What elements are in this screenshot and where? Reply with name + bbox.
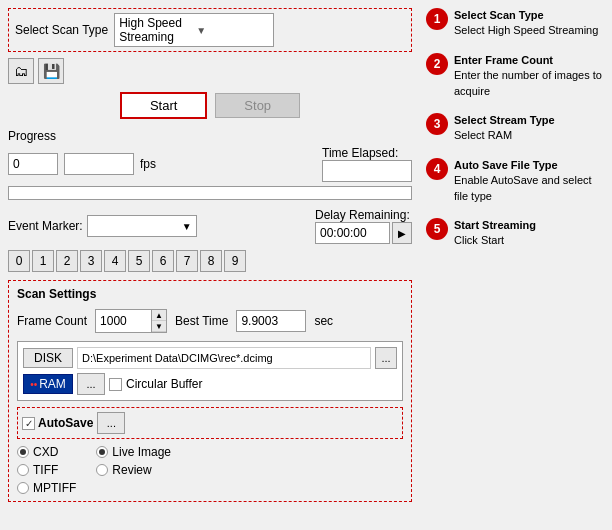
progress-value: 0 [8, 153, 58, 175]
step-5-circle: 5 [426, 218, 448, 240]
view-review-radio[interactable] [96, 464, 108, 476]
step-4-detail: Enable AutoSave and select file type [454, 174, 592, 201]
left-panel: Select Scan Type High Speed Streaming ▼ … [0, 0, 420, 530]
right-panel: 1 Select Scan Type Select High Speed Str… [420, 0, 612, 530]
best-time-value: 9.9003 [236, 310, 306, 332]
event-marker-label: Event Marker: [8, 219, 83, 233]
filetype-mptiff: MPTIFF [17, 481, 76, 495]
circular-buffer-row: Circular Buffer [109, 377, 202, 391]
stop-button: Stop [215, 93, 300, 118]
step-3-text: Select Stream Type Select RAM [454, 113, 555, 144]
event-marker-section: Event Marker: ▼ [8, 215, 197, 237]
step-4-text: Auto Save File Type Enable AutoSave and … [454, 158, 606, 204]
num-btn-7[interactable]: 7 [176, 250, 198, 272]
view-review: Review [96, 463, 171, 477]
view-options-group: Live Image Review [96, 445, 171, 495]
instruction-3: 3 Select Stream Type Select RAM [426, 113, 606, 144]
delay-remaining-section: Delay Remaining: 00:00:00 ▶ [315, 208, 412, 244]
event-marker-dropdown[interactable]: ▼ [87, 215, 197, 237]
file-type-group: CXD TIFF MPTIFF [17, 445, 76, 495]
step-5-text: Start Streaming Click Start [454, 218, 536, 249]
open-button[interactable]: 🗂 [8, 58, 34, 84]
num-btn-9[interactable]: 9 [224, 250, 246, 272]
step-2-circle: 2 [426, 53, 448, 75]
path-input[interactable] [77, 347, 371, 369]
filetype-cxd-label: CXD [33, 445, 58, 459]
file-type-section: CXD TIFF MPTIFF Live Image Rev [17, 445, 403, 495]
scan-type-arrow: ▼ [196, 25, 269, 36]
filetype-mptiff-radio[interactable] [17, 482, 29, 494]
ram-dot: •• [30, 379, 37, 390]
ram-button[interactable]: •• RAM [23, 374, 73, 394]
frame-count-input[interactable] [96, 310, 151, 332]
step-2-text: Enter Frame Count Enter the number of im… [454, 53, 606, 99]
disk-button[interactable]: DISK [23, 348, 73, 368]
time-elapsed-box [322, 160, 412, 182]
frame-count-row: Frame Count ▲ ▼ Best Time 9.9003 sec [17, 309, 403, 333]
num-btn-4[interactable]: 4 [104, 250, 126, 272]
circular-buffer-label: Circular Buffer [126, 377, 202, 391]
num-btn-6[interactable]: 6 [152, 250, 174, 272]
step-2-title: Enter Frame Count [454, 53, 606, 68]
frame-count-spinner: ▲ ▼ [151, 310, 166, 332]
sec-label: sec [314, 314, 333, 328]
scan-settings-title: Scan Settings [17, 287, 403, 301]
autosave-checkbox[interactable]: ✓ [22, 417, 35, 430]
instruction-4: 4 Auto Save File Type Enable AutoSave an… [426, 158, 606, 204]
progress-section: Progress 0 fps Time Elapsed: [8, 129, 412, 200]
autosave-row: ✓ AutoSave ... [17, 407, 403, 439]
scan-type-value: High Speed Streaming [119, 16, 192, 44]
step-5-detail: Click Start [454, 234, 504, 246]
num-btn-5[interactable]: 5 [128, 250, 150, 272]
ram-settings-button[interactable]: ... [77, 373, 105, 395]
scan-type-dropdown[interactable]: High Speed Streaming ▼ [114, 13, 274, 47]
filetype-cxd-radio[interactable] [17, 446, 29, 458]
scan-settings-section: Scan Settings Frame Count ▲ ▼ Best Time … [8, 280, 412, 502]
control-row: Start Stop [8, 92, 412, 119]
delay-label: Delay Remaining: [315, 208, 412, 222]
step-3-title: Select Stream Type [454, 113, 555, 128]
num-btn-2[interactable]: 2 [56, 250, 78, 272]
start-button[interactable]: Start [120, 92, 207, 119]
instruction-1: 1 Select Scan Type Select High Speed Str… [426, 8, 606, 39]
storage-section: DISK ... •• RAM ... Circular Buffer [17, 341, 403, 401]
scan-type-label: Select Scan Type [15, 23, 108, 37]
time-elapsed-section: Time Elapsed: [322, 146, 412, 182]
play-button[interactable]: ▶ [392, 222, 412, 244]
frame-count-label: Frame Count [17, 314, 87, 328]
filetype-mptiff-label: MPTIFF [33, 481, 76, 495]
step-4-title: Auto Save File Type [454, 158, 606, 173]
view-live-label: Live Image [112, 445, 171, 459]
fps-label: fps [140, 157, 156, 171]
filetype-cxd: CXD [17, 445, 76, 459]
instruction-5: 5 Start Streaming Click Start [426, 218, 606, 249]
save-icon: 💾 [43, 63, 60, 79]
step-1-title: Select Scan Type [454, 8, 598, 23]
view-review-label: Review [112, 463, 151, 477]
autosave-settings-button[interactable]: ... [97, 412, 125, 434]
num-btn-1[interactable]: 1 [32, 250, 54, 272]
num-btn-8[interactable]: 8 [200, 250, 222, 272]
save-button[interactable]: 💾 [38, 58, 64, 84]
filetype-tiff-radio[interactable] [17, 464, 29, 476]
spin-down[interactable]: ▼ [152, 321, 166, 332]
step-1-text: Select Scan Type Select High Speed Strea… [454, 8, 598, 39]
frame-count-input-wrap: ▲ ▼ [95, 309, 167, 333]
filetype-tiff: TIFF [17, 463, 76, 477]
step-3-circle: 3 [426, 113, 448, 135]
step-4-circle: 4 [426, 158, 448, 180]
view-live: Live Image [96, 445, 171, 459]
step-1-detail: Select High Speed Streaming [454, 24, 598, 36]
number-row: 0 1 2 3 4 5 6 7 8 9 [8, 250, 412, 272]
browse-button[interactable]: ... [375, 347, 397, 369]
instruction-2: 2 Enter Frame Count Enter the number of … [426, 53, 606, 99]
view-live-radio[interactable] [96, 446, 108, 458]
storage-row2: •• RAM ... Circular Buffer [23, 373, 397, 395]
circular-buffer-checkbox[interactable] [109, 378, 122, 391]
progress-label: Progress [8, 129, 412, 143]
num-btn-3[interactable]: 3 [80, 250, 102, 272]
delay-box-row: 00:00:00 ▶ [315, 222, 412, 244]
progress-row: 0 fps Time Elapsed: [8, 146, 412, 182]
num-btn-0[interactable]: 0 [8, 250, 30, 272]
spin-up[interactable]: ▲ [152, 310, 166, 321]
